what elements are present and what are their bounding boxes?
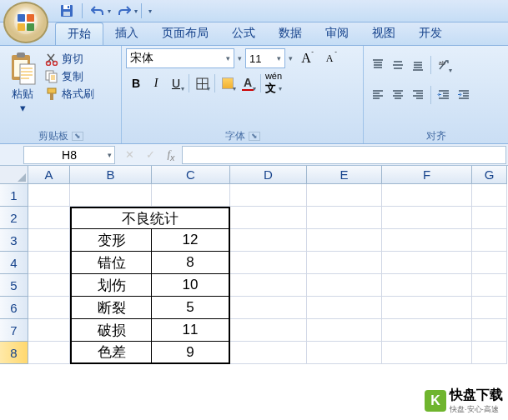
tab-home[interactable]: 开始	[55, 22, 103, 45]
cell[interactable]: 错位	[70, 252, 152, 274]
cell[interactable]	[472, 252, 507, 274]
cell[interactable]	[230, 207, 307, 229]
cell[interactable]: 不良统计	[70, 207, 230, 229]
cell[interactable]: 划伤	[70, 274, 152, 297]
column-header[interactable]: D	[230, 166, 307, 184]
cell[interactable]	[307, 274, 382, 297]
cell[interactable]	[472, 342, 507, 364]
cell[interactable]	[307, 297, 382, 319]
cell[interactable]	[472, 207, 507, 229]
cell[interactable]	[382, 229, 472, 252]
paste-button[interactable]: 粘贴 ▾	[4, 48, 41, 128]
cell[interactable]	[382, 342, 472, 364]
cell[interactable]	[230, 229, 307, 252]
shrink-font-button[interactable]: Aˇ	[319, 48, 340, 68]
cell[interactable]	[472, 319, 507, 342]
font-dialog-launcher[interactable]: ⬊	[249, 132, 260, 141]
cell[interactable]	[230, 274, 307, 297]
cancel-formula-button[interactable]: ✕	[120, 146, 138, 164]
column-header[interactable]: B	[70, 166, 152, 184]
name-box[interactable]: H8▾	[23, 146, 115, 164]
font-name-select[interactable]: 宋体▾	[126, 48, 234, 68]
cell[interactable]	[28, 229, 70, 252]
column-header[interactable]: C	[152, 166, 230, 184]
cell[interactable]	[70, 184, 152, 207]
align-center-button[interactable]	[388, 85, 408, 105]
cell[interactable]: 变形	[70, 229, 152, 252]
cell[interactable]	[307, 207, 382, 229]
align-middle-button[interactable]	[388, 55, 408, 75]
tab-data[interactable]: 数据	[267, 22, 314, 45]
cell[interactable]: 色差	[70, 342, 152, 364]
cell[interactable]	[307, 184, 382, 207]
cell[interactable]	[307, 319, 382, 342]
qat-customize[interactable]: ▾	[148, 8, 152, 15]
cell[interactable]	[152, 184, 230, 207]
redo-button[interactable]	[113, 2, 136, 20]
row-header[interactable]: 4	[0, 252, 28, 274]
cell[interactable]	[382, 274, 472, 297]
cell[interactable]	[230, 342, 307, 364]
align-left-button[interactable]	[368, 85, 388, 105]
cell[interactable]: 12	[152, 229, 230, 252]
fill-color-button[interactable]	[218, 73, 238, 93]
align-top-button[interactable]	[368, 55, 388, 75]
row-header[interactable]: 7	[0, 319, 28, 342]
row-header[interactable]: 8	[0, 342, 28, 364]
cell[interactable]	[472, 297, 507, 319]
column-header[interactable]: F	[382, 166, 472, 184]
cell[interactable]	[472, 229, 507, 252]
decrease-indent-button[interactable]	[434, 85, 454, 105]
formula-input[interactable]	[182, 146, 506, 164]
cell[interactable]	[28, 342, 70, 364]
bold-button[interactable]: B	[126, 73, 146, 93]
cell[interactable]	[230, 184, 307, 207]
tab-review[interactable]: 审阅	[314, 22, 360, 45]
clipboard-dialog-launcher[interactable]: ⬊	[72, 132, 83, 141]
format-painter-button[interactable]: 格式刷	[45, 87, 94, 102]
grow-font-button[interactable]: Aˆ	[296, 48, 316, 68]
insert-function-button[interactable]: fx	[162, 146, 180, 164]
row-header[interactable]: 5	[0, 274, 28, 297]
cell[interactable]	[28, 297, 70, 319]
save-button[interactable]	[55, 2, 78, 20]
cell[interactable]	[382, 184, 472, 207]
cell[interactable]: 11	[152, 319, 230, 342]
enter-formula-button[interactable]: ✓	[141, 146, 159, 164]
cell[interactable]	[382, 319, 472, 342]
redo-dropdown[interactable]: ▾	[134, 8, 138, 15]
cell[interactable]	[230, 252, 307, 274]
cell[interactable]	[382, 207, 472, 229]
cell[interactable]	[382, 297, 472, 319]
cell[interactable]	[230, 319, 307, 342]
row-header[interactable]: 6	[0, 297, 28, 319]
copy-button[interactable]: 复制	[45, 69, 94, 84]
tab-developer[interactable]: 开发	[407, 22, 454, 45]
cell[interactable]	[307, 342, 382, 364]
select-all-button[interactable]	[0, 166, 28, 184]
increase-indent-button[interactable]	[454, 85, 474, 105]
cell[interactable]: 9	[152, 342, 230, 364]
font-size-select[interactable]: 11▾	[245, 48, 285, 68]
italic-button[interactable]: I	[146, 73, 166, 93]
cell[interactable]: 断裂	[70, 297, 152, 319]
row-header[interactable]: 1	[0, 184, 28, 207]
column-header[interactable]: A	[28, 166, 70, 184]
align-right-button[interactable]	[408, 85, 428, 105]
cell[interactable]	[307, 229, 382, 252]
cut-button[interactable]: 剪切	[45, 52, 94, 67]
cell[interactable]: 5	[152, 297, 230, 319]
undo-button[interactable]	[86, 2, 109, 20]
align-bottom-button[interactable]	[408, 55, 428, 75]
cell[interactable]	[28, 184, 70, 207]
cell[interactable]: 10	[152, 274, 230, 297]
office-button[interactable]	[3, 2, 48, 43]
tab-layout[interactable]: 页面布局	[150, 22, 220, 45]
cell[interactable]	[28, 207, 70, 229]
undo-dropdown[interactable]: ▾	[108, 8, 111, 15]
cell[interactable]	[28, 252, 70, 274]
cell[interactable]	[472, 274, 507, 297]
cell[interactable]	[28, 319, 70, 342]
tab-view[interactable]: 视图	[360, 22, 407, 45]
row-header[interactable]: 2	[0, 207, 28, 229]
